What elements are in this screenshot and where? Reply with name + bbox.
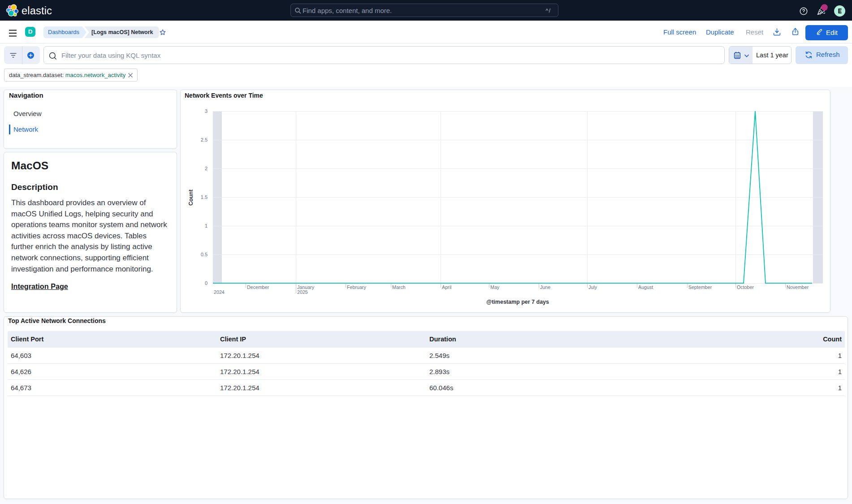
svg-text:2.5: 2.5 <box>201 137 208 142</box>
svg-text:September: September <box>688 284 712 290</box>
svg-text:November: November <box>787 284 809 290</box>
svg-text:December: December <box>247 284 269 290</box>
svg-text:August: August <box>638 284 653 290</box>
svg-text:1.5: 1.5 <box>201 194 208 200</box>
svg-text:June: June <box>540 284 550 290</box>
svg-text:April: April <box>442 284 451 290</box>
svg-text:@timestamp per 7 days: @timestamp per 7 days <box>486 299 549 305</box>
svg-text:March: March <box>392 284 406 290</box>
svg-text:2: 2 <box>205 166 208 171</box>
svg-text:2024: 2024 <box>214 289 225 295</box>
svg-text:October: October <box>737 284 754 290</box>
svg-text:1: 1 <box>205 223 208 228</box>
svg-text:July: July <box>588 284 597 290</box>
svg-text:2025: 2025 <box>297 289 308 295</box>
svg-text:0: 0 <box>205 280 208 286</box>
svg-text:0.5: 0.5 <box>201 252 208 257</box>
svg-text:Count: Count <box>188 189 194 206</box>
svg-text:February: February <box>347 284 366 290</box>
svg-text:May: May <box>490 284 500 290</box>
svg-text:3: 3 <box>205 108 208 114</box>
